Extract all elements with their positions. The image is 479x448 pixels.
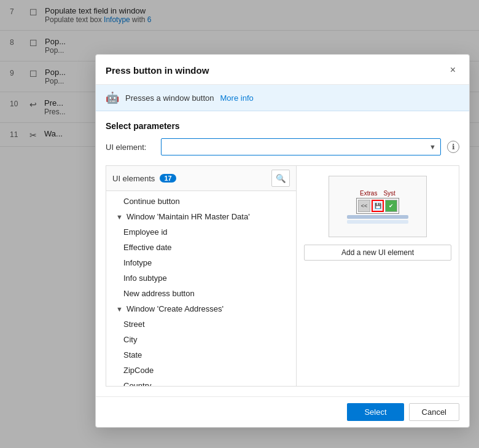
tree-item-label: ZipCode [123,366,154,375]
element-preview: Extras Syst << 💾 ✔ [329,176,427,237]
ui-elements-tree[interactable]: Continue button▼Window 'Maintain HR Mast… [106,191,296,386]
search-button[interactable]: 🔍 [271,170,290,187]
sap-line-2 [347,220,408,224]
syst-menu: Syst [383,190,395,197]
tree-item-label: City [123,335,137,344]
more-info-link[interactable]: More info [220,93,254,103]
sap-line-1 [347,215,408,219]
sap-check-btn: ✔ [385,200,397,212]
tree-item[interactable]: Country [106,378,296,386]
add-ui-element-button[interactable]: Add a new UI element [304,245,451,261]
close-button[interactable]: × [446,63,459,77]
expand-icon: ▼ [116,305,123,313]
panel-title: UI elements [112,174,155,183]
ui-element-field-row: UI element: ▼ ℹ [106,138,459,155]
tree-item[interactable]: New address button [106,286,296,301]
tree-item[interactable]: Continue button [106,194,296,209]
tree-item-label: Info subtype [123,273,167,283]
panel-header: UI elements 17 🔍 [106,166,296,191]
tree-item-label: Window 'Create Addresses' [127,304,224,313]
modal-footer: Select Cancel [96,396,469,427]
press-button-modal: Press button in window × 🤖 Presses a win… [95,54,470,428]
tree-item-label: New address button [123,289,195,298]
tree-item-label: State [123,350,142,360]
preview-panel: Extras Syst << 💾 ✔ Add a new UI element [296,165,459,387]
select-button[interactable]: Select [347,403,403,421]
tree-item[interactable]: Info subtype [106,270,296,286]
tree-item[interactable]: Infotype [106,255,296,270]
tree-item[interactable]: ▼Window 'Maintain HR Master Data' [106,209,296,224]
cancel-button[interactable]: Cancel [409,403,459,421]
info-icon-button[interactable]: ℹ [447,141,459,153]
tree-item-label: Continue button [123,197,180,206]
tree-item-label: Window 'Maintain HR Master Data' [127,212,250,221]
elements-badge: 17 [160,174,176,183]
ui-element-select-wrap: ▼ [161,138,441,155]
sap-menu-bar: Extras Syst [360,190,395,197]
tree-item[interactable]: Employee id [106,224,296,240]
tree-item-label: Infotype [123,258,152,267]
modal-title: Press button in window [106,65,209,76]
sap-toolbar-preview: Extras Syst << 💾 ✔ [347,190,408,224]
info-banner: 🤖 Presses a window button More info [96,85,469,111]
expand-icon: ▼ [116,213,123,221]
modal-header: Press button in window × [96,55,469,85]
tree-item[interactable]: Street [106,316,296,332]
ui-elements-panel: UI elements 17 🔍 Continue button▼Window … [106,165,296,387]
search-icon: 🔍 [276,174,286,183]
tree-item-label: Street [123,320,145,329]
two-column-layout: UI elements 17 🔍 Continue button▼Window … [106,165,459,387]
tree-item-label: Country [123,381,152,386]
tree-item[interactable]: ZipCode [106,363,296,378]
ui-element-label: UI element: [106,143,155,152]
section-title: Select parameters [106,121,459,131]
tree-item[interactable]: City [106,332,296,347]
modal-body: Select parameters UI element: ▼ ℹ UI ele… [96,111,469,396]
tree-item[interactable]: Effective date [106,240,296,255]
tree-item[interactable]: ▼Window 'Create Addresses' [106,301,296,316]
tree-item-label: Employee id [123,227,168,237]
info-text: Presses a window button [125,93,214,103]
sap-button-row: << 💾 ✔ [356,198,399,214]
tree-item-label: Effective date [123,243,172,252]
extras-menu: Extras [360,190,377,197]
ui-element-select[interactable] [161,138,441,155]
sap-back-btn: << [358,200,370,212]
robot-icon: 🤖 [106,91,119,104]
sap-save-btn: 💾 [372,200,384,212]
tree-item[interactable]: State [106,347,296,363]
